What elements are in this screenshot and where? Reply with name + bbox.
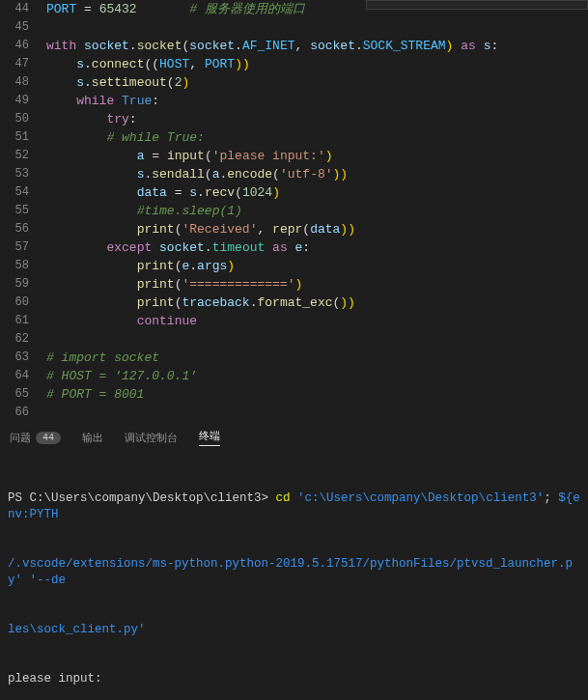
code-line[interactable]: 49 while True: bbox=[0, 92, 588, 110]
code-content[interactable]: while True: bbox=[46, 92, 588, 110]
code-content[interactable]: with socket.socket(socket.AF_INET, socke… bbox=[46, 37, 588, 55]
code-content[interactable]: print(traceback.format_exc()) bbox=[46, 294, 588, 312]
line-number: 57 bbox=[0, 238, 46, 257]
panel-tabs: 问题 44 输出 调试控制台 终端 bbox=[0, 422, 588, 452]
line-number: 65 bbox=[0, 385, 46, 404]
code-line[interactable]: 65# PORT = 8001 bbox=[0, 385, 588, 404]
code-line[interactable]: 57 except socket.timeout as e: bbox=[0, 238, 588, 257]
code-line[interactable]: 46with socket.socket(socket.AF_INET, soc… bbox=[0, 37, 588, 55]
code-content[interactable] bbox=[46, 18, 588, 37]
code-content[interactable] bbox=[46, 404, 588, 422]
code-line[interactable]: 61 continue bbox=[0, 312, 588, 330]
line-number: 51 bbox=[0, 128, 46, 147]
code-line[interactable]: 55 #time.sleep(1) bbox=[0, 202, 588, 220]
code-content[interactable]: # HOST = '127.0.0.1' bbox=[46, 367, 588, 385]
terminal-line: /.vscode/extensions/ms-python.python-201… bbox=[8, 556, 580, 589]
line-number: 66 bbox=[0, 404, 46, 422]
terminal-line: les\sock_client.py' bbox=[8, 622, 580, 638]
code-line[interactable]: 62 bbox=[0, 330, 588, 349]
line-number: 56 bbox=[0, 220, 46, 238]
line-number: 48 bbox=[0, 73, 46, 92]
code-line[interactable]: 48 s.settimeout(2) bbox=[0, 73, 588, 92]
line-number: 64 bbox=[0, 367, 46, 385]
code-line[interactable]: 64# HOST = '127.0.0.1' bbox=[0, 367, 588, 385]
code-content[interactable]: print('Received', repr(data)) bbox=[46, 220, 588, 238]
code-line[interactable]: 60 print(traceback.format_exc()) bbox=[0, 294, 588, 312]
code-content[interactable]: s.sendall(a.encode('utf-8')) bbox=[46, 165, 588, 183]
code-content[interactable]: s.settimeout(2) bbox=[46, 73, 588, 92]
terminal-panel[interactable]: PS C:\Users\company\Desktop\client3> cd … bbox=[0, 452, 588, 700]
code-content[interactable]: a = input('please input:') bbox=[46, 147, 588, 165]
line-number: 62 bbox=[0, 330, 46, 349]
code-content[interactable]: data = s.recv(1024) bbox=[46, 183, 588, 202]
problems-badge: 44 bbox=[36, 432, 61, 444]
code-line[interactable]: 54 data = s.recv(1024) bbox=[0, 183, 588, 202]
line-number: 55 bbox=[0, 202, 46, 220]
terminal-line: please input: bbox=[8, 671, 580, 687]
code-line[interactable]: 63# import socket bbox=[0, 349, 588, 367]
code-line[interactable]: 56 print('Received', repr(data)) bbox=[0, 220, 588, 238]
code-line[interactable]: 50 try: bbox=[0, 110, 588, 128]
tab-output[interactable]: 输出 bbox=[82, 431, 103, 445]
line-number: 63 bbox=[0, 349, 46, 367]
line-number: 46 bbox=[0, 37, 46, 55]
line-number: 59 bbox=[0, 275, 46, 294]
line-number: 52 bbox=[0, 147, 46, 165]
code-line[interactable]: 66 bbox=[0, 404, 588, 422]
code-line[interactable]: 52 a = input('please input:') bbox=[0, 147, 588, 165]
code-line[interactable]: 47 s.connect((HOST, PORT)) bbox=[0, 55, 588, 73]
line-number: 47 bbox=[0, 55, 46, 73]
line-number: 45 bbox=[0, 18, 46, 37]
terminal-line: PS C:\Users\company\Desktop\client3> cd … bbox=[8, 490, 580, 523]
code-content[interactable]: print(e.args) bbox=[46, 257, 588, 275]
code-content[interactable]: except socket.timeout as e: bbox=[46, 238, 588, 257]
line-number: 54 bbox=[0, 183, 46, 202]
line-number: 49 bbox=[0, 92, 46, 110]
code-content[interactable]: continue bbox=[46, 312, 588, 330]
code-line[interactable]: 51 # while True: bbox=[0, 128, 588, 147]
code-content[interactable]: #time.sleep(1) bbox=[46, 202, 588, 220]
code-content[interactable]: # import socket bbox=[46, 349, 588, 367]
code-content[interactable]: # PORT = 8001 bbox=[46, 385, 588, 404]
code-line[interactable]: 58 print(e.args) bbox=[0, 257, 588, 275]
code-content[interactable]: s.connect((HOST, PORT)) bbox=[46, 55, 588, 73]
tab-debug[interactable]: 调试控制台 bbox=[125, 431, 178, 445]
code-line[interactable]: 59 print('=============') bbox=[0, 275, 588, 294]
code-line[interactable]: 53 s.sendall(a.encode('utf-8')) bbox=[0, 165, 588, 183]
line-number: 61 bbox=[0, 312, 46, 330]
code-line[interactable]: 45 bbox=[0, 18, 588, 37]
code-editor[interactable]: 44PORT = 65432 # 服务器使用的端口4546with socket… bbox=[0, 0, 588, 422]
tab-problems-label: 问题 bbox=[10, 431, 31, 445]
code-content[interactable]: # while True: bbox=[46, 128, 588, 147]
line-number: 60 bbox=[0, 294, 46, 312]
line-number: 58 bbox=[0, 257, 46, 275]
code-content[interactable]: print('=============') bbox=[46, 275, 588, 294]
tab-problems[interactable]: 问题 44 bbox=[10, 431, 61, 445]
line-number: 53 bbox=[0, 165, 46, 183]
line-number: 50 bbox=[0, 110, 46, 128]
line-number: 44 bbox=[0, 0, 46, 18]
editor-overlay bbox=[366, 0, 588, 10]
tab-terminal[interactable]: 终端 bbox=[199, 429, 220, 446]
code-content[interactable] bbox=[46, 330, 588, 349]
code-content[interactable]: try: bbox=[46, 110, 588, 128]
